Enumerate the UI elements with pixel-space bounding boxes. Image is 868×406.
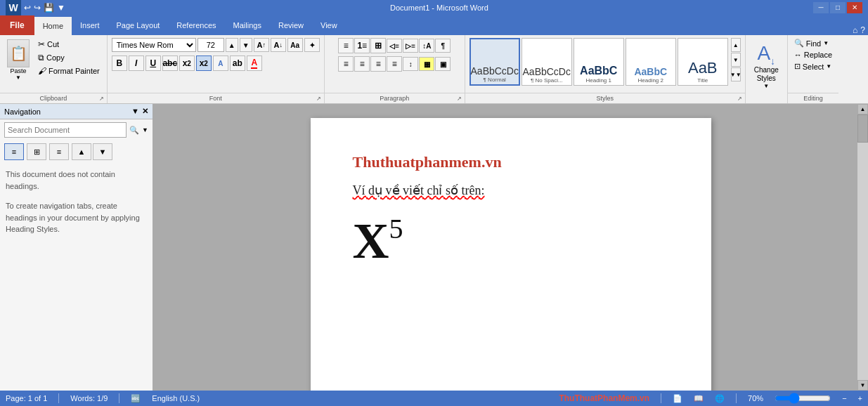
search-dropdown-icon[interactable]: ▼: [142, 126, 148, 133]
replace-label: Replace: [804, 51, 832, 59]
undo-btn[interactable]: ↩: [24, 3, 31, 13]
replace-button[interactable]: ↔ Replace: [792, 50, 834, 60]
navigation-search-input[interactable]: [4, 122, 127, 138]
tab-file[interactable]: File: [0, 15, 34, 35]
scroll-up-arrow[interactable]: ▲: [857, 104, 868, 114]
font-shrink-btn[interactable]: A↓: [271, 38, 286, 52]
nav-pane-close-icon[interactable]: ✕: [142, 107, 148, 116]
maximize-btn[interactable]: □: [830, 2, 846, 13]
text-effects-button[interactable]: A: [213, 55, 228, 71]
styles-scroll-down[interactable]: ▼: [731, 53, 741, 67]
superscript-button[interactable]: x2: [196, 55, 212, 71]
navigation-pane: Navigation ▼ ✕ 🔍 ▼ ≡ ⊞ ≡ ▲ ▼ This docume…: [0, 104, 153, 391]
scroll-down-arrow[interactable]: ▼: [857, 380, 868, 391]
bold-button[interactable]: B: [112, 55, 127, 71]
font-name-select[interactable]: Times New Rom: [112, 38, 196, 52]
tab-home[interactable]: Home: [34, 17, 72, 35]
quick-access-dropdown[interactable]: ▼: [57, 3, 65, 13]
scroll-thumb[interactable]: [857, 114, 868, 143]
tab-page-layout[interactable]: Page Layout: [108, 17, 169, 35]
font-size-increase-btn[interactable]: ▲: [226, 38, 238, 52]
tab-view[interactable]: View: [312, 17, 346, 35]
view-web-icon[interactable]: 🌐: [715, 394, 725, 403]
styles-scroll-more[interactable]: ▼▼: [731, 67, 741, 81]
style-normal[interactable]: AaBbCcDc ¶ Normal: [469, 38, 520, 86]
nav-tab-pages[interactable]: ⊞: [27, 143, 46, 160]
minimize-btn[interactable]: ─: [813, 2, 829, 13]
font-color-button[interactable]: A: [247, 55, 262, 71]
bullets-btn[interactable]: ≡: [338, 38, 354, 53]
close-btn[interactable]: ✕: [847, 2, 862, 13]
italic-button[interactable]: I: [129, 55, 144, 71]
change-styles-label: ChangeStyles: [754, 66, 779, 83]
paste-button[interactable]: 📋 Paste ▼: [4, 38, 32, 82]
align-right-btn[interactable]: ≡: [370, 56, 386, 72]
tab-references[interactable]: References: [168, 17, 224, 35]
style-heading2[interactable]: AaBbC Heading 2: [626, 38, 676, 86]
find-button[interactable]: 🔍 Find ▼: [792, 38, 831, 48]
search-icon[interactable]: 🔍: [129, 126, 139, 135]
select-dropdown-icon[interactable]: ▼: [826, 63, 831, 70]
increase-indent-btn[interactable]: ▷≡: [403, 39, 418, 53]
view-normal-icon[interactable]: 📄: [673, 394, 682, 403]
sort-btn[interactable]: ↕A: [419, 39, 434, 53]
font-case-btn[interactable]: Aa: [287, 38, 303, 52]
redo-btn[interactable]: ↪: [34, 3, 41, 13]
change-styles-dropdown-icon[interactable]: ▼: [763, 83, 769, 89]
font-grow-btn[interactable]: A↑: [254, 38, 269, 52]
decrease-indent-btn[interactable]: ◁≡: [387, 39, 402, 53]
vertical-scrollbar[interactable]: ▲ ▼: [857, 104, 868, 391]
paragraph-expand-icon[interactable]: ↗: [457, 96, 462, 102]
nav-tab-results[interactable]: ≡: [49, 143, 69, 160]
numbering-btn[interactable]: 1≡: [354, 38, 370, 53]
nav-pane-menu-icon[interactable]: ▼: [131, 107, 139, 116]
align-left-btn[interactable]: ≡: [338, 56, 354, 72]
multilevel-list-btn[interactable]: ⊞: [370, 38, 386, 53]
zoom-slider[interactable]: [775, 393, 831, 404]
document-page[interactable]: Thuthuatphanmem.vn Ví dụ về viết chỉ số …: [311, 118, 711, 391]
clipboard-expand-icon[interactable]: ↗: [99, 96, 104, 102]
styles-scroll-up[interactable]: ▲: [731, 38, 741, 52]
clipboard-buttons: ✂ Cut ⧉ Copy 🖌 Format Painter: [35, 38, 103, 77]
font-size-decrease-btn[interactable]: ▼: [240, 38, 252, 52]
style-no-spacing[interactable]: AaBbCcDc ¶ No Spaci...: [522, 38, 572, 86]
underline-button[interactable]: U: [145, 55, 161, 71]
zoom-out-icon[interactable]: −: [842, 394, 846, 402]
align-center-btn[interactable]: ≡: [354, 56, 370, 72]
justify-btn[interactable]: ≡: [387, 56, 402, 72]
subscript-button[interactable]: x2: [179, 55, 195, 71]
tab-review[interactable]: Review: [270, 17, 312, 35]
styles-expand-icon[interactable]: ↗: [737, 96, 742, 102]
help-home-icon[interactable]: ⌂: [853, 25, 857, 35]
font-expand-icon[interactable]: ↗: [316, 96, 321, 102]
format-painter-button[interactable]: 🖌 Format Painter: [35, 65, 103, 77]
save-btn[interactable]: 💾: [44, 3, 54, 13]
title-bar-left: W ↩ ↪ 💾 ▼: [6, 0, 65, 15]
find-dropdown-icon[interactable]: ▼: [823, 40, 829, 46]
tab-mailings[interactable]: Mailings: [225, 17, 270, 35]
cut-button[interactable]: ✂ Cut: [35, 38, 103, 51]
change-styles-button[interactable]: A↓ ChangeStyles ▼: [746, 35, 788, 103]
view-reading-icon[interactable]: 📖: [694, 394, 704, 403]
help-icon[interactable]: ?: [860, 25, 865, 35]
copy-button[interactable]: ⧉ Copy: [35, 51, 103, 64]
nav-prev-btn[interactable]: ▲: [72, 143, 91, 160]
style-heading1[interactable]: AaBbC Heading 1: [574, 38, 624, 86]
font-size-input[interactable]: [197, 38, 224, 52]
paste-dropdown-icon[interactable]: ▼: [15, 74, 21, 81]
line-spacing-btn[interactable]: ↕: [403, 57, 418, 71]
show-formatting-btn[interactable]: ¶: [435, 39, 451, 53]
font-clear-btn[interactable]: ✦: [304, 38, 320, 52]
borders-btn[interactable]: ▣: [435, 57, 451, 71]
watermark-text: ThuThuatPhanMem.vn: [559, 393, 649, 403]
shading-btn[interactable]: ▦: [419, 57, 434, 71]
highlight-button[interactable]: ab: [230, 55, 245, 71]
zoom-in-icon[interactable]: +: [858, 394, 862, 402]
tab-insert[interactable]: Insert: [72, 17, 108, 35]
select-button[interactable]: ⊡ Select ▼: [792, 61, 834, 72]
nav-next-btn[interactable]: ▼: [93, 143, 112, 160]
nav-tab-headings[interactable]: ≡: [4, 143, 24, 160]
style-title[interactable]: AaB Title: [678, 38, 728, 86]
strikethrough-button[interactable]: abc: [162, 55, 178, 71]
scroll-track[interactable]: [857, 114, 868, 380]
